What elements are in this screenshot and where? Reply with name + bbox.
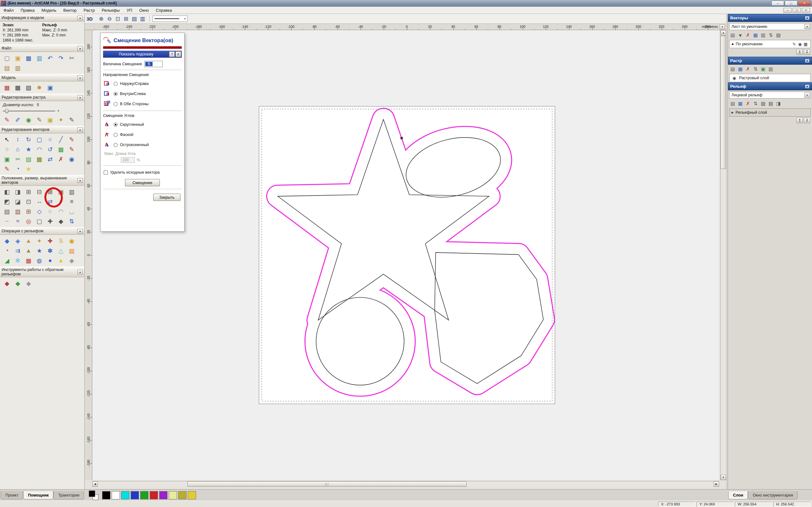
color-swatch[interactable] — [159, 491, 167, 499]
radio-icon[interactable] — [113, 123, 118, 127]
tool-icon[interactable]: ⊠ — [46, 187, 54, 196]
horizontal-scrollbar[interactable]: ◀ ||| ▶ — [92, 481, 719, 487]
tool-icon[interactable]: ✎ — [67, 135, 76, 144]
toolbar-button[interactable]: ▤ — [130, 15, 138, 22]
layer-option-icon[interactable]: ✎ — [792, 41, 797, 47]
toolbar-button[interactable]: ⊡ — [113, 15, 122, 22]
tool-icon[interactable]: ✚ — [46, 217, 54, 225]
move-layer-icon[interactable]: ↥ — [797, 118, 803, 123]
tool-icon[interactable]: ◆ — [14, 279, 22, 287]
tool-icon[interactable]: ★ — [35, 246, 44, 255]
tool-icon[interactable]: ✎ — [67, 116, 76, 124]
3d-view-button[interactable]: 3D — [87, 16, 93, 21]
tool-icon[interactable]: ▣ — [760, 66, 767, 72]
tool-icon[interactable]: ▤ — [24, 155, 33, 163]
tool-icon[interactable]: ◨ — [775, 100, 782, 107]
tool-icon[interactable]: ◉ — [24, 116, 33, 124]
tool-icon[interactable]: ↶ — [46, 54, 54, 62]
tool-icon[interactable]: ✗ — [745, 66, 751, 72]
tool-icon[interactable]: ▼ — [737, 32, 744, 39]
tool-icon[interactable]: ▤ — [3, 64, 11, 72]
scroll-right-icon[interactable]: ▶ — [714, 481, 719, 487]
tool-icon[interactable]: ▤ — [3, 207, 11, 216]
tool-icon[interactable]: ⇄ — [46, 198, 54, 206]
tab-layers[interactable]: Слои — [728, 491, 748, 499]
layer-name[interactable]: По умолчанию — [736, 42, 763, 46]
tool-icon[interactable]: ○ — [46, 207, 54, 216]
tool-icon[interactable]: ✚ — [46, 237, 54, 245]
tab-toolpaths[interactable]: Траектории — [53, 491, 84, 499]
tool-icon[interactable]: ▥ — [14, 207, 22, 216]
tool-icon[interactable]: ▲ — [24, 237, 33, 245]
tool-icon[interactable]: ▦ — [737, 66, 744, 72]
tool-icon[interactable]: ▦ — [3, 83, 11, 92]
window-control-button[interactable]: – — [771, 1, 784, 6]
tab-tool-window[interactable]: Окно инструментария — [748, 491, 798, 499]
close-dialog-button[interactable]: Закрыть — [153, 193, 181, 201]
menu-item[interactable]: УП — [123, 7, 136, 14]
vector-canvas[interactable] — [259, 107, 555, 404]
tool-icon[interactable]: ↖ — [3, 135, 11, 144]
tool-icon[interactable]: ▥ — [760, 32, 767, 39]
tool-icon[interactable]: ◆ — [3, 237, 11, 245]
eye-icon[interactable]: ◉ — [731, 75, 737, 81]
toolbar-button[interactable]: ⊕ — [97, 15, 105, 22]
tool-icon[interactable]: ⊞ — [24, 207, 33, 216]
tool-icon[interactable]: ◆ — [3, 279, 11, 287]
tool-icon[interactable]: ◆ — [24, 279, 33, 287]
color-swatch[interactable] — [140, 491, 148, 499]
tool-icon[interactable]: ◪ — [14, 198, 22, 206]
collapse-icon[interactable]: ▲ — [78, 270, 83, 274]
menu-item[interactable]: Растр — [80, 7, 98, 14]
color-swatch[interactable] — [131, 491, 139, 499]
toolbar-button[interactable]: ⊞ — [122, 15, 130, 22]
move-layer-icon[interactable]: ↧ — [804, 118, 810, 123]
tool-icon[interactable]: ⊡ — [24, 198, 33, 206]
sheet-select[interactable]: Лист по умолчанию ▾ — [729, 23, 811, 30]
tool-icon[interactable]: ▦ — [737, 100, 744, 107]
corner-chamfer-option[interactable]: ∧⌃ Фаской — [104, 131, 182, 138]
ruler-unit-dropdown[interactable]: ▾ — [720, 24, 725, 29]
show-hint-button[interactable]: Показать подсказку — [103, 52, 169, 56]
layer-option-icon[interactable]: ▦ — [803, 41, 809, 47]
radio-icon[interactable] — [113, 82, 118, 86]
tool-icon[interactable]: ▤ — [729, 32, 736, 39]
model-artboard[interactable] — [259, 106, 555, 404]
offset-amount-input[interactable]: 5 — [144, 61, 163, 67]
menu-item[interactable]: Рельефы — [98, 7, 123, 14]
tool-icon[interactable]: ╱ — [57, 135, 65, 144]
tool-icon[interactable]: ▢ — [35, 217, 44, 225]
tool-icon[interactable]: ◔ — [3, 246, 11, 255]
relief-select[interactable]: Лицевой рельеф ▾ — [729, 92, 811, 99]
tool-icon[interactable]: ✦ — [57, 116, 65, 124]
tool-icon[interactable]: ◆ — [67, 257, 76, 265]
tool-icon[interactable]: ▩ — [14, 83, 22, 92]
tab-assistant[interactable]: Помощник — [23, 491, 53, 499]
collapse-icon[interactable]: ▲ — [805, 16, 810, 20]
tool-icon[interactable]: ○ — [46, 135, 54, 144]
toolbar-button[interactable]: ⊖ — [105, 15, 113, 22]
tool-icon[interactable]: ≡ — [67, 198, 76, 206]
tool-icon[interactable]: ▥ — [14, 64, 22, 72]
tool-icon[interactable]: ✐ — [14, 116, 22, 124]
tool-icon[interactable]: ✎ — [35, 116, 44, 124]
tool-icon[interactable]: ↻ — [24, 135, 33, 144]
window-control-button[interactable]: □ — [785, 1, 798, 6]
tool-icon[interactable]: ◆ — [57, 217, 65, 225]
menu-item[interactable]: Справка — [152, 7, 175, 14]
tool-icon[interactable]: ↕ — [14, 135, 22, 144]
color-swatch[interactable] — [150, 491, 158, 499]
color-swatch[interactable] — [188, 491, 196, 499]
apply-offset-button[interactable]: Смещение — [125, 179, 160, 186]
tool-icon[interactable]: ▦ — [24, 54, 33, 62]
tool-icon[interactable]: ▤ — [729, 66, 736, 72]
tool-icon[interactable]: ▨ — [775, 32, 782, 39]
collapse-icon[interactable]: ▲ — [78, 95, 83, 100]
drawing-viewport[interactable] — [92, 30, 719, 480]
tool-icon[interactable]: ⇅ — [752, 66, 759, 72]
layer-row[interactable]: ● По умолчанию ✎◉▦ — [729, 40, 810, 48]
corner-round-option[interactable]: ∧∧ Скругленный — [104, 121, 182, 128]
layer-name[interactable]: Растровый слой — [739, 76, 769, 80]
close-hint-button[interactable]: X — [175, 51, 181, 57]
tool-icon[interactable]: ◉ — [67, 155, 76, 163]
